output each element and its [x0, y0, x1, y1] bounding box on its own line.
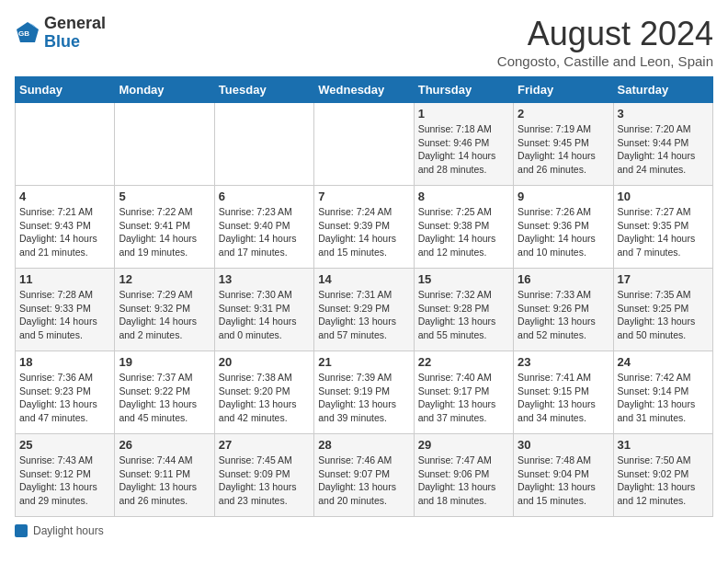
day-number: 25	[19, 438, 110, 452]
day-cell: 21Sunrise: 7:39 AMSunset: 9:19 PMDayligh…	[314, 351, 414, 434]
day-info: Sunrise: 7:22 AMSunset: 9:41 PMDaylight:…	[119, 205, 210, 259]
day-cell: 31Sunrise: 7:50 AMSunset: 9:02 PMDayligh…	[613, 434, 712, 517]
day-cell: 9Sunrise: 7:26 AMSunset: 9:36 PMDaylight…	[514, 186, 613, 269]
week-row-3: 18Sunrise: 7:36 AMSunset: 9:23 PMDayligh…	[16, 351, 713, 434]
day-cell: 22Sunrise: 7:40 AMSunset: 9:17 PMDayligh…	[414, 351, 513, 434]
day-info: Sunrise: 7:28 AMSunset: 9:33 PMDaylight:…	[19, 288, 110, 342]
day-cell: 14Sunrise: 7:31 AMSunset: 9:29 PMDayligh…	[314, 269, 414, 351]
main-title: August 2024	[497, 15, 713, 53]
day-number: 26	[119, 438, 210, 452]
day-info: Sunrise: 7:29 AMSunset: 9:32 PMDaylight:…	[119, 288, 210, 342]
day-number: 24	[618, 355, 709, 369]
day-info: Sunrise: 7:33 AMSunset: 9:26 PMDaylight:…	[518, 288, 609, 342]
day-cell: 7Sunrise: 7:24 AMSunset: 9:39 PMDaylight…	[314, 186, 414, 269]
day-info: Sunrise: 7:23 AMSunset: 9:40 PMDaylight:…	[219, 205, 310, 259]
logo-blue: Blue	[44, 33, 106, 52]
day-number: 9	[518, 190, 609, 203]
day-cell: 19Sunrise: 7:37 AMSunset: 9:22 PMDayligh…	[115, 351, 214, 434]
week-row-2: 11Sunrise: 7:28 AMSunset: 9:33 PMDayligh…	[16, 269, 713, 351]
header-cell-tuesday: Tuesday	[214, 77, 313, 103]
day-info: Sunrise: 7:45 AMSunset: 9:09 PMDaylight:…	[219, 454, 310, 508]
day-cell: 4Sunrise: 7:21 AMSunset: 9:43 PMDaylight…	[16, 186, 115, 269]
day-cell: 6Sunrise: 7:23 AMSunset: 9:40 PMDaylight…	[214, 186, 313, 269]
logo-text: General Blue	[44, 15, 106, 52]
subtitle: Congosto, Castille and Leon, Spain	[497, 53, 713, 69]
day-cell: 24Sunrise: 7:42 AMSunset: 9:14 PMDayligh…	[613, 351, 712, 434]
day-number: 27	[219, 438, 310, 452]
day-cell: 13Sunrise: 7:30 AMSunset: 9:31 PMDayligh…	[214, 269, 313, 351]
day-info: Sunrise: 7:48 AMSunset: 9:04 PMDaylight:…	[518, 454, 609, 508]
day-number: 15	[418, 272, 509, 286]
day-cell	[16, 103, 115, 186]
day-info: Sunrise: 7:18 AMSunset: 9:46 PMDaylight:…	[418, 122, 509, 177]
day-number: 29	[418, 438, 509, 452]
day-number: 8	[418, 190, 509, 203]
day-cell: 25Sunrise: 7:43 AMSunset: 9:12 PMDayligh…	[16, 434, 115, 517]
day-cell: 15Sunrise: 7:32 AMSunset: 9:28 PMDayligh…	[414, 269, 513, 351]
day-number: 30	[518, 438, 609, 452]
day-number: 23	[518, 355, 609, 369]
day-number: 1	[418, 107, 509, 121]
svg-text:GB: GB	[18, 29, 29, 38]
header-row: SundayMondayTuesdayWednesdayThursdayFrid…	[16, 77, 713, 103]
title-area: August 2024 Congosto, Castille and Leon,…	[497, 15, 713, 69]
day-cell: 1Sunrise: 7:18 AMSunset: 9:46 PMDaylight…	[414, 103, 513, 186]
day-cell	[115, 103, 214, 186]
day-info: Sunrise: 7:39 AMSunset: 9:19 PMDaylight:…	[318, 371, 409, 425]
day-number: 7	[318, 190, 409, 203]
header-cell-friday: Friday	[514, 77, 613, 103]
header-cell-saturday: Saturday	[613, 77, 712, 103]
day-number: 10	[618, 190, 709, 203]
day-number: 18	[19, 355, 110, 369]
day-info: Sunrise: 7:36 AMSunset: 9:23 PMDaylight:…	[19, 371, 110, 425]
header-cell-wednesday: Wednesday	[314, 77, 414, 103]
day-cell	[214, 103, 313, 186]
day-number: 31	[618, 438, 709, 452]
day-cell: 23Sunrise: 7:41 AMSunset: 9:15 PMDayligh…	[514, 351, 613, 434]
day-number: 21	[318, 355, 409, 369]
day-cell: 26Sunrise: 7:44 AMSunset: 9:11 PMDayligh…	[115, 434, 214, 517]
day-number: 22	[418, 355, 509, 369]
day-info: Sunrise: 7:25 AMSunset: 9:38 PMDaylight:…	[418, 205, 509, 259]
day-info: Sunrise: 7:50 AMSunset: 9:02 PMDaylight:…	[618, 454, 709, 508]
day-number: 12	[119, 272, 210, 286]
logo: GB General Blue	[15, 15, 106, 52]
day-info: Sunrise: 7:21 AMSunset: 9:43 PMDaylight:…	[19, 205, 110, 259]
day-info: Sunrise: 7:41 AMSunset: 9:15 PMDaylight:…	[518, 371, 609, 425]
day-cell: 18Sunrise: 7:36 AMSunset: 9:23 PMDayligh…	[16, 351, 115, 434]
footer-dot	[15, 524, 28, 537]
day-cell: 28Sunrise: 7:46 AMSunset: 9:07 PMDayligh…	[314, 434, 414, 517]
day-info: Sunrise: 7:38 AMSunset: 9:20 PMDaylight:…	[219, 371, 310, 425]
week-row-1: 4Sunrise: 7:21 AMSunset: 9:43 PMDaylight…	[16, 186, 713, 269]
day-cell: 10Sunrise: 7:27 AMSunset: 9:35 PMDayligh…	[613, 186, 712, 269]
day-info: Sunrise: 7:30 AMSunset: 9:31 PMDaylight:…	[219, 288, 310, 342]
footer-label: Daylight hours	[33, 524, 104, 537]
day-cell: 27Sunrise: 7:45 AMSunset: 9:09 PMDayligh…	[214, 434, 313, 517]
day-info: Sunrise: 7:19 AMSunset: 9:45 PMDaylight:…	[518, 122, 609, 177]
day-info: Sunrise: 7:42 AMSunset: 9:14 PMDaylight:…	[618, 371, 709, 425]
day-number: 4	[19, 190, 110, 203]
day-cell: 12Sunrise: 7:29 AMSunset: 9:32 PMDayligh…	[115, 269, 214, 351]
day-cell: 20Sunrise: 7:38 AMSunset: 9:20 PMDayligh…	[214, 351, 313, 434]
day-number: 11	[19, 272, 110, 286]
day-cell: 8Sunrise: 7:25 AMSunset: 9:38 PMDaylight…	[414, 186, 513, 269]
footer: Daylight hours	[15, 524, 713, 537]
day-number: 6	[219, 190, 310, 203]
header-cell-thursday: Thursday	[414, 77, 513, 103]
day-info: Sunrise: 7:37 AMSunset: 9:22 PMDaylight:…	[119, 371, 210, 425]
day-number: 16	[518, 272, 609, 286]
day-number: 5	[119, 190, 210, 203]
week-row-4: 25Sunrise: 7:43 AMSunset: 9:12 PMDayligh…	[16, 434, 713, 517]
logo-icon: GB	[15, 20, 40, 46]
day-info: Sunrise: 7:43 AMSunset: 9:12 PMDaylight:…	[19, 454, 110, 508]
day-info: Sunrise: 7:35 AMSunset: 9:25 PMDaylight:…	[618, 288, 709, 342]
day-info: Sunrise: 7:24 AMSunset: 9:39 PMDaylight:…	[318, 205, 409, 259]
day-number: 28	[318, 438, 409, 452]
day-cell: 17Sunrise: 7:35 AMSunset: 9:25 PMDayligh…	[613, 269, 712, 351]
day-info: Sunrise: 7:31 AMSunset: 9:29 PMDaylight:…	[318, 288, 409, 342]
day-cell: 3Sunrise: 7:20 AMSunset: 9:44 PMDaylight…	[613, 103, 712, 186]
day-number: 3	[618, 107, 709, 121]
week-row-0: 1Sunrise: 7:18 AMSunset: 9:46 PMDaylight…	[16, 103, 713, 186]
day-number: 2	[518, 107, 609, 121]
day-info: Sunrise: 7:20 AMSunset: 9:44 PMDaylight:…	[618, 122, 709, 177]
